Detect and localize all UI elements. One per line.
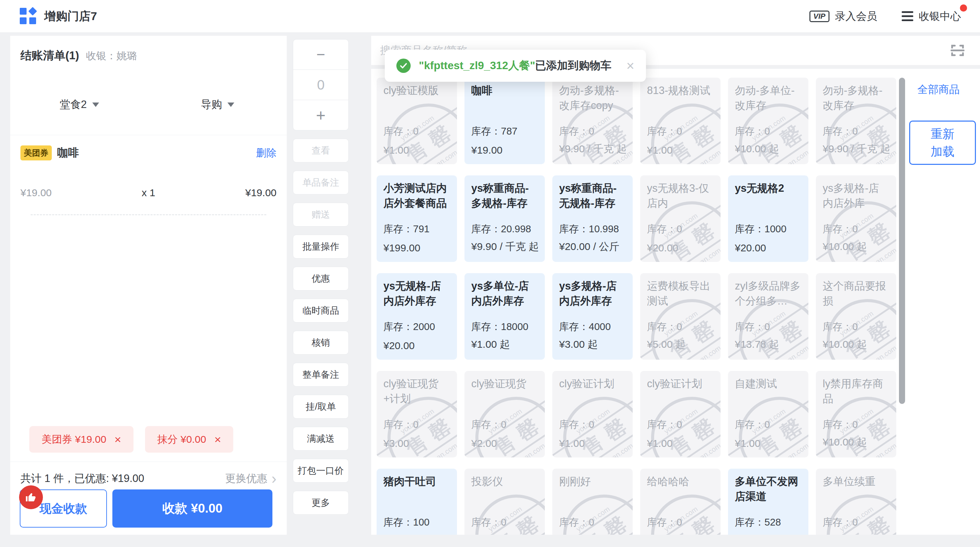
- action-button[interactable]: 核销: [293, 331, 349, 354]
- reload-button[interactable]: 重新加载: [909, 121, 976, 165]
- product-stock: 库存：0: [647, 222, 682, 236]
- enroll-member-button[interactable]: VIP 录入会员: [810, 9, 877, 24]
- action-button-label: 打包一口价: [298, 464, 344, 477]
- cashier-center-button[interactable]: 收银中心: [902, 9, 961, 24]
- product-name: cly验证现货: [471, 376, 538, 391]
- product-card[interactable]: 多单位不发网店渠道 库存：528: [728, 469, 808, 535]
- product-card[interactable]: 这个商品要报损 库存：0 ¥10.00 起 youzan.com 售罄 youz…: [816, 273, 896, 360]
- action-button[interactable]: 整单备注: [293, 363, 349, 387]
- product-stock: 库存：18000: [471, 320, 528, 334]
- product-name: ys多单位-店内店外库存: [471, 279, 538, 309]
- product-card[interactable]: 自建测试 库存：0 ¥1.00 youzan.com 售罄 youzan.com: [728, 371, 808, 458]
- product-stock: 库存：0: [735, 320, 770, 334]
- action-button[interactable]: 临时商品: [293, 299, 349, 322]
- menu-icon: [902, 11, 913, 21]
- item-quantity: x 1: [106, 187, 191, 199]
- product-card[interactable]: 运费模板导出测试 库存：0 ¥5.00 起 youzan.com 售罄 youz…: [640, 273, 721, 360]
- product-card[interactable]: cly验证现货 库存：0 ¥2.00 youzan.com 售罄 youzan.…: [465, 371, 545, 458]
- product-card[interactable]: 勿动-多规格-改库存 库存：0 ¥9.90 / 千克 起 youzan.com …: [816, 78, 896, 164]
- product-price: ¥5.00 起: [647, 338, 686, 351]
- action-button[interactable]: 批量操作: [293, 234, 349, 258]
- product-card[interactable]: zyl多级品牌多个分组多… 库存：0 ¥13.78 起 youzan.com 售…: [728, 273, 808, 360]
- product-card[interactable]: 投影仪 库存：0 youzan.com 售罄 youzan.com: [465, 469, 545, 535]
- product-stock: 库存：0: [559, 418, 594, 432]
- delete-item-button[interactable]: 删除: [256, 146, 277, 160]
- checkout-button[interactable]: 收款 ¥0.00: [112, 490, 272, 528]
- grid-scrollbar[interactable]: [899, 78, 905, 404]
- action-button-label: 核销: [312, 336, 330, 349]
- product-stock: 库存：528: [735, 516, 781, 529]
- thumbs-up-badge[interactable]: [19, 485, 43, 509]
- action-button-label: 整单备注: [302, 368, 339, 381]
- scan-barcode-icon[interactable]: [949, 42, 966, 59]
- product-name: 勿动-多单位-改库存: [735, 83, 802, 113]
- product-card[interactable]: 猪肉干吐司 库存：100: [377, 469, 457, 535]
- product-card[interactable]: 咖啡 库存：787 ¥19.00: [465, 78, 545, 164]
- dine-mode-dropdown[interactable]: 堂食2: [10, 97, 148, 112]
- discount-tag: 抹分 ¥0.00 ×: [145, 426, 233, 453]
- change-discount-button[interactable]: 更换优惠 ›: [225, 471, 277, 486]
- product-price: ¥3.00: [383, 438, 409, 449]
- product-name: 勿动-多规格-改库存copy: [559, 83, 626, 113]
- product-card[interactable]: ys多规格-店内店外库存-… 库存：0 ¥10.00 起 youzan.com …: [816, 175, 896, 262]
- product-card[interactable]: 给哈哈哈 库存：0 youzan.com 售罄 youzan.com: [640, 469, 721, 535]
- product-card[interactable]: 刚刚好 库存：0 youzan.com 售罄 youzan.com: [552, 469, 633, 535]
- product-stock: 库存：0: [647, 516, 682, 529]
- stepper-value: 0: [293, 70, 348, 100]
- guide-dropdown[interactable]: 导购: [148, 97, 287, 112]
- remove-discount-icon[interactable]: ×: [214, 434, 221, 445]
- product-card[interactable]: ys多规格-店内店外库存 库存：4000 ¥3.00 起: [552, 273, 633, 360]
- guide-label: 导购: [201, 97, 222, 112]
- product-card[interactable]: ys无规格-店内店外库存 库存：2000 ¥20.00: [377, 273, 457, 360]
- product-card[interactable]: 勿动-多单位-改库存 库存：0 ¥10.00 起 youzan.com 售罄 y…: [728, 78, 808, 164]
- product-card[interactable]: ly禁用库存商品 库存：0 ¥10.00 起 youzan.com 售罄 you…: [816, 371, 896, 458]
- reload-label: 重新加载: [929, 125, 956, 161]
- product-name: ly禁用库存商品: [822, 376, 889, 406]
- toast-close-icon[interactable]: ×: [627, 59, 635, 73]
- product-name: 勿动-多规格-改库存: [822, 83, 889, 113]
- action-button-label: 满减送: [307, 432, 335, 445]
- product-stock: 库存：0: [647, 320, 682, 334]
- product-card[interactable]: ys无规格2 库存：1000 ¥20.00: [728, 175, 808, 262]
- product-price: ¥20.00 / 公斤: [559, 240, 619, 254]
- category-all-tab[interactable]: 全部商品: [917, 83, 959, 97]
- discount-tag-label: 抹分 ¥0.00: [158, 432, 206, 447]
- product-card[interactable]: ys称重商品-多规格-库存 库存：20.998 ¥9.90 / 千克 起: [465, 175, 545, 262]
- action-button[interactable]: 打包一口价: [293, 459, 349, 483]
- action-button[interactable]: 挂/取单: [293, 395, 349, 419]
- discount-tag-label: 美团券 ¥19.00: [41, 432, 106, 447]
- product-price: ¥9.90 / 千克 起: [822, 142, 890, 156]
- cart-summary: 共计 1 件，已优惠: ¥19.00: [21, 471, 145, 486]
- product-grid: cly验证模版 库存：0 ¥1.00 youzan.com 售罄 youzan.…: [377, 78, 896, 535]
- product-stock: 库存：0: [559, 124, 594, 138]
- item-divider: [31, 214, 266, 215]
- action-button[interactable]: 满减送: [293, 427, 349, 451]
- product-card[interactable]: cly验证计划 库存：0 ¥1.00 youzan.com 售罄 youzan.…: [640, 371, 721, 458]
- product-card[interactable]: cly验证模版 库存：0 ¥1.00 youzan.com 售罄 youzan.…: [377, 78, 457, 164]
- action-button[interactable]: 优惠: [293, 267, 349, 290]
- product-card[interactable]: 813-规格测试 库存：0 ¥1.00 youzan.com 售罄 youzan…: [640, 78, 721, 164]
- action-button-label: 优惠: [312, 273, 330, 285]
- product-card[interactable]: cly验证现货+计划 库存：0 ¥3.00 youzan.com 售罄 youz…: [377, 371, 457, 458]
- product-stock: 库存：0: [822, 222, 858, 236]
- vip-icon: VIP: [810, 11, 829, 22]
- plus-button[interactable]: +: [293, 100, 348, 130]
- product-card[interactable]: ys多单位-店内店外库存 库存：18000 ¥1.00 起: [465, 273, 545, 360]
- product-name: zyl多级品牌多个分组多…: [735, 279, 802, 309]
- product-name: ys多规格-店内店外库存: [559, 279, 626, 309]
- product-card[interactable]: cly验证计划 库存：0 ¥1.00 youzan.com 售罄 youzan.…: [552, 371, 633, 458]
- product-card[interactable]: 多单位续重 库存：0 youzan.com 售罄 youzan.com: [816, 469, 896, 535]
- chevron-down-icon: [228, 102, 234, 107]
- action-button[interactable]: 更多: [293, 491, 349, 515]
- product-card[interactable]: 小芳测试店内店外套餐商品 库存：791 ¥199.00: [377, 175, 457, 262]
- minus-button[interactable]: −: [293, 40, 348, 70]
- action-button: 单品备注: [293, 171, 349, 195]
- product-card[interactable]: ys无规格3-仅店内 库存：0 ¥20.00 youzan.com 售罄 you…: [640, 175, 721, 262]
- product-card[interactable]: ys称重商品-无规格-库存 库存：10.998 ¥20.00 / 公斤: [552, 175, 633, 262]
- product-name: 运费模板导出测试: [647, 279, 714, 309]
- product-price: ¥9.90 / 千克 起: [559, 142, 627, 156]
- product-price: ¥10.00 起: [822, 240, 867, 254]
- product-card[interactable]: 勿动-多规格-改库存copy 库存：0 ¥9.90 / 千克 起 youzan.…: [552, 78, 633, 164]
- remove-discount-icon[interactable]: ×: [115, 434, 121, 445]
- product-name: ys无规格-店内店外库存: [383, 279, 450, 309]
